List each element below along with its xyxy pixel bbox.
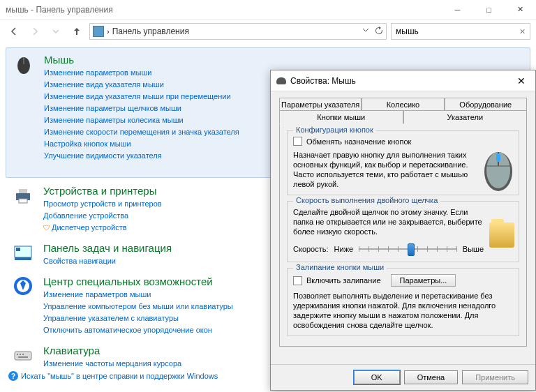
mouse-link-3[interactable]: Изменение параметры щелчков мыши: [44, 103, 239, 114]
swap-buttons-label: Обменять назначение кнопок: [306, 137, 411, 146]
breadcrumb-text: Панель управления: [112, 27, 189, 36]
help-link[interactable]: ? Искать "мышь" в центре справки и подде…: [8, 371, 218, 381]
mouse-link-4[interactable]: Изменение параметры колесика мыши: [44, 114, 239, 126]
minimize-button[interactable]: ─: [442, 0, 473, 20]
ok-button[interactable]: OK: [354, 370, 400, 384]
group-button-config-title: Конфигурация кнопок: [293, 126, 376, 134]
group-dblclick-title: Скорость выполнения двойного щелчка: [293, 196, 440, 204]
clicklock-checkbox[interactable]: [293, 276, 302, 285]
dblclick-speed-slider[interactable]: [359, 242, 457, 256]
svg-rect-16: [496, 153, 500, 162]
refresh-icon[interactable]: [375, 27, 383, 36]
access-link-1[interactable]: Управление компьютером без мыши или клав…: [43, 301, 233, 312]
taskbar-link-0[interactable]: Свойства навигации: [43, 255, 172, 267]
window-title: мышь - Панель управления: [6, 5, 442, 15]
svg-rect-11: [20, 354, 21, 355]
printer-icon: [13, 185, 34, 206]
svg-rect-6: [16, 248, 20, 251]
section-title-devices[interactable]: Устройства и принтеры: [43, 185, 162, 197]
speed-high-label: Выше: [463, 245, 484, 253]
section-title-taskbar[interactable]: Панель задач и навигация: [43, 242, 172, 254]
clicklock-desc: Позволяет выполнять выделение и перетаск…: [293, 291, 513, 330]
devices-link-1[interactable]: Добавление устройства: [43, 210, 162, 222]
recent-dropdown[interactable]: [47, 23, 64, 40]
tab-buttons[interactable]: Кнопки мыши: [279, 110, 403, 124]
mouse-link-5[interactable]: Изменение скорости перемещения и значка …: [44, 126, 239, 138]
tab-hardware[interactable]: Оборудование: [445, 98, 527, 111]
devices-link-2[interactable]: Диспетчер устройств: [43, 222, 162, 234]
close-button[interactable]: ✕: [505, 0, 536, 20]
back-button[interactable]: [6, 23, 22, 40]
access-link-0[interactable]: Изменение параметров мыши: [43, 289, 233, 301]
keyboard-link-0[interactable]: Изменение частоты мерцания курсора: [43, 358, 181, 370]
swap-buttons-checkbox[interactable]: [293, 137, 302, 146]
section-title-mouse[interactable]: Мышь: [44, 54, 239, 66]
taskbar-icon: [13, 242, 34, 263]
svg-rect-9: [15, 352, 31, 360]
mouse-link-0[interactable]: Изменение параметров мыши: [44, 67, 239, 79]
mouse-link-6[interactable]: Настройка кнопок мыши: [44, 138, 239, 150]
mouse-properties-dialog: Свойства: Мышь ✕ Параметры указателя Кол…: [270, 70, 536, 391]
svg-rect-5: [15, 257, 31, 260]
access-link-2[interactable]: Управление указателем с клавиатуры: [43, 312, 233, 324]
mouse-link-7[interactable]: Улучшение видимости указателя: [44, 150, 239, 162]
mouse-image: [482, 144, 514, 193]
svg-rect-13: [18, 356, 28, 358]
accessibility-icon: [13, 276, 34, 296]
svg-rect-3: [19, 199, 27, 203]
folder-test-icon[interactable]: [489, 223, 514, 248]
dialog-title: Свойства: Мышь: [290, 76, 513, 86]
control-panel-icon: [93, 26, 104, 37]
mouse-icon: [13, 54, 34, 75]
up-button[interactable]: [68, 23, 85, 40]
section-title-access[interactable]: Центр специальных возможностей: [43, 276, 233, 287]
maximize-button[interactable]: □: [473, 0, 505, 20]
section-title-keyboard[interactable]: Клавиатура: [43, 345, 181, 356]
breadcrumb-dropdown-icon[interactable]: [362, 27, 369, 36]
svg-rect-10: [17, 354, 18, 355]
breadcrumb-sep: ›: [107, 27, 110, 36]
mouse-link-1[interactable]: Изменение вида указателя мыши: [44, 79, 239, 91]
apply-button[interactable]: Применить: [462, 370, 528, 384]
tab-wheel[interactable]: Колесико: [362, 98, 444, 111]
tab-pointers[interactable]: Указатели: [403, 110, 528, 123]
keyboard-icon: [13, 345, 34, 365]
clear-search-icon[interactable]: ✕: [519, 27, 526, 36]
devices-link-0[interactable]: Просмотр устройств и принтеров: [43, 198, 162, 210]
access-link-3[interactable]: Отключить автоматическое упорядочение ок…: [43, 324, 233, 336]
help-icon: ?: [8, 371, 18, 381]
svg-rect-12: [22, 354, 24, 355]
search-box[interactable]: ✕: [391, 23, 530, 40]
swap-buttons-desc: Назначает правую кнопку для выполнения т…: [293, 150, 478, 189]
breadcrumb[interactable]: › Панель управления: [89, 23, 387, 40]
forward-button[interactable]: [27, 23, 43, 40]
cancel-button[interactable]: Отмена: [404, 370, 458, 384]
speed-low-label: Ниже: [334, 245, 354, 253]
dialog-mouse-icon: [276, 77, 286, 84]
dblclick-desc: Сделайте двойной щелчок по этому значку.…: [293, 207, 484, 236]
clicklock-label: Включить залипание: [306, 276, 381, 285]
speed-label: Скорость:: [293, 245, 329, 253]
dialog-close-button[interactable]: ✕: [513, 73, 530, 89]
search-input[interactable]: [396, 27, 516, 36]
clicklock-params-button[interactable]: Параметры...: [391, 274, 456, 287]
group-clicklock-title: Залипание кнопки мыши: [293, 263, 387, 271]
mouse-link-2[interactable]: Изменение вида указателя мыши при переме…: [44, 91, 239, 103]
svg-rect-2: [19, 189, 27, 193]
tab-pointer-options[interactable]: Параметры указателя: [279, 98, 362, 111]
